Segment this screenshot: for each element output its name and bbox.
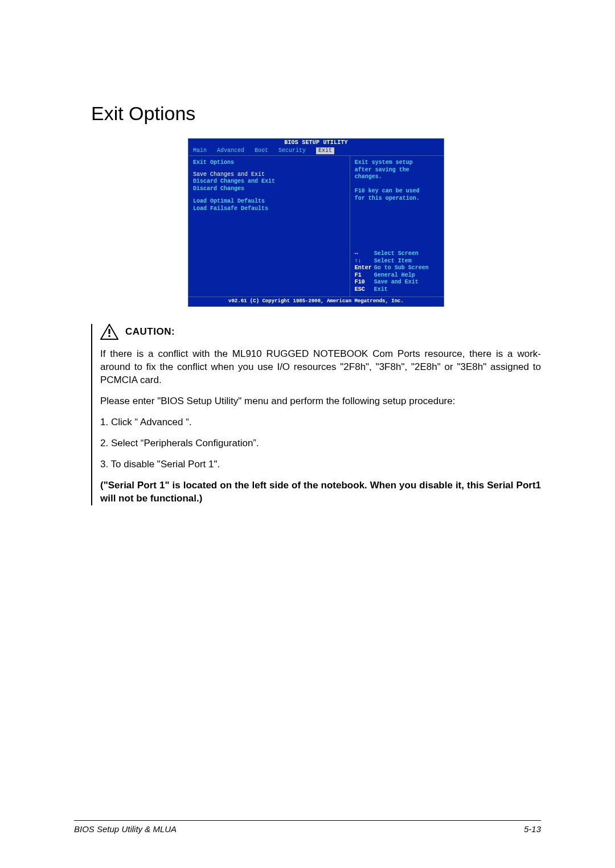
footer-page-number: 5-13 <box>524 824 541 834</box>
bios-help-text: Exit system setup after saving the chang… <box>355 159 439 202</box>
menu-boot[interactable]: Boot <box>255 147 268 155</box>
caution-block: CAUTION: If there is a conflict with the… <box>91 324 541 505</box>
exit-options-heading: Exit Options <box>193 159 345 167</box>
menu-exit[interactable]: Exit <box>316 147 334 155</box>
menu-main[interactable]: Main <box>193 147 207 155</box>
section-title: Exit Options <box>91 102 541 125</box>
svg-rect-2 <box>109 335 110 337</box>
option-discard-changes[interactable]: Discard Changes <box>193 186 345 193</box>
caution-step2: 2. Select “Peripherals Configuration”. <box>100 437 541 450</box>
option-load-failsafe-defaults[interactable]: Load Failsafe Defaults <box>193 205 345 213</box>
caution-p1: If there is a conflict with the ML910 RU… <box>100 348 541 387</box>
page-footer: BIOS Setup Utility & MLUA 5-13 <box>74 820 541 834</box>
menu-advanced[interactable]: Advanced <box>217 147 244 155</box>
option-save-changes-exit[interactable]: Save Changes and Exit <box>193 171 345 179</box>
bios-menubar: Main Advanced Boot Security Exit <box>188 147 444 156</box>
bios-left-pane: Exit Options Save Changes and Exit Disca… <box>188 156 350 297</box>
bios-key-legend: ↔Select Screen ↑↓Select Item EnterGo to … <box>355 250 439 293</box>
warning-icon <box>100 324 118 340</box>
footer-left: BIOS Setup Utility & MLUA <box>74 824 177 834</box>
bios-right-pane: Exit system setup after saving the chang… <box>350 156 444 297</box>
menu-security[interactable]: Security <box>278 147 306 155</box>
option-load-optimal-defaults[interactable]: Load Optimal Defaults <box>193 198 345 205</box>
bios-copyright: v02.61 (C) Copyright 1985-2006, American… <box>188 297 444 306</box>
caution-p2: Please enter "BIOS Setup Utility" menu a… <box>100 395 541 408</box>
bios-title: BIOS SETUP UTILITY <box>188 139 444 147</box>
caution-step3: 3. To disable "Serial Port 1". <box>100 458 541 471</box>
option-discard-changes-exit[interactable]: Discard Changes and Exit <box>193 178 345 186</box>
bios-screenshot: BIOS SETUP UTILITY Main Advanced Boot Se… <box>188 138 444 307</box>
svg-rect-1 <box>109 329 110 334</box>
caution-step1: 1. Click “ Advanced “. <box>100 416 541 429</box>
caution-label: CAUTION: <box>125 326 175 338</box>
caution-bold-note: ("Serial Port 1" is located on the left … <box>100 479 541 505</box>
